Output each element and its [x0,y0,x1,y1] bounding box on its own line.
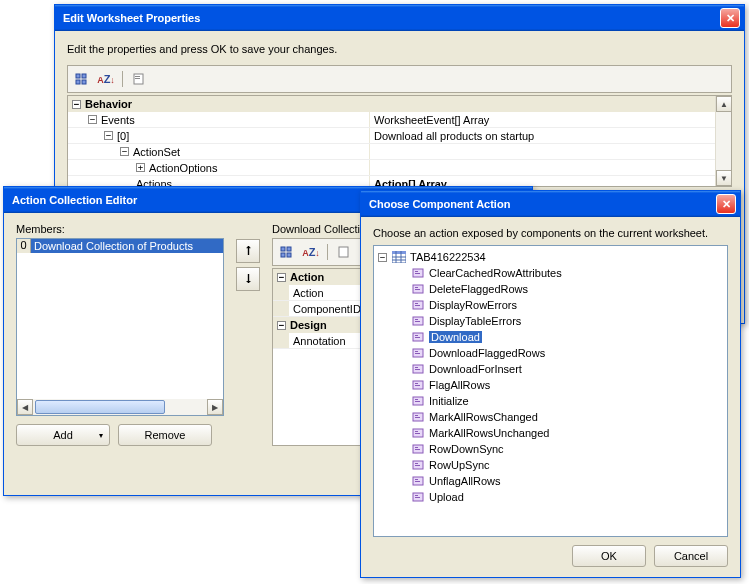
scroll-down-arrow[interactable]: ▼ [716,170,732,186]
collapse-icon[interactable]: − [378,253,387,262]
tree-item[interactable]: DisplayRowErrors [376,297,725,313]
svg-rect-53 [415,449,420,450]
property-row[interactable]: −ActionSet [68,144,731,160]
svg-rect-40 [415,383,418,384]
tree-item[interactable]: FlagAllRows [376,377,725,393]
item-index: 0 [17,239,31,253]
tree-root-item[interactable]: − TAB416222534 [376,249,725,265]
arrow-down-icon: 🠗 [243,273,254,285]
close-button[interactable]: ✕ [716,194,736,214]
method-icon [410,347,426,359]
move-up-button[interactable]: 🠕 [236,239,260,263]
scroll-right-arrow[interactable]: ▶ [207,399,223,415]
tree-item-label: RowUpSync [429,459,490,471]
titlebar[interactable]: Edit Worksheet Properties ✕ [55,5,744,31]
tree-item[interactable]: DeleteFlaggedRows [376,281,725,297]
tree-item[interactable]: MarkAllRowsUnchanged [376,425,725,441]
property-row[interactable]: +ActionOptions [68,160,731,176]
scroll-left-arrow[interactable]: ◀ [17,399,33,415]
tree-item[interactable]: RowDownSync [376,441,725,457]
tree-item[interactable]: Download [376,329,725,345]
close-icon: ✕ [722,198,731,211]
category-label: Design [290,319,327,331]
scroll-up-arrow[interactable]: ▲ [716,96,732,112]
tree-item-label: DisplayRowErrors [429,299,517,311]
alphabetical-button[interactable]: AZ↓ [300,242,322,262]
cancel-button[interactable]: Cancel [654,545,728,567]
property-grid[interactable]: − Behavior −EventsWorksheetEvent[] Array… [67,95,732,187]
method-icon [410,491,426,503]
property-pages-button[interactable] [333,242,355,262]
property-toolbar: AZ↓ [67,65,732,93]
move-down-button[interactable]: 🠗 [236,267,260,291]
collapse-icon[interactable]: − [277,273,286,282]
svg-rect-1 [82,74,86,78]
collapse-icon[interactable]: − [88,115,97,124]
prop-value[interactable] [370,160,731,175]
pages-icon [337,246,351,258]
property-row[interactable]: −EventsWorksheetEvent[] Array [68,112,731,128]
add-button[interactable]: Add [16,424,110,446]
vertical-scrollbar[interactable]: ▲ ▼ [715,96,731,186]
alphabetical-button[interactable]: AZ↓ [95,69,117,89]
instruction-text: Edit the properties and press OK to save… [67,41,732,57]
expand-icon[interactable]: + [136,163,145,172]
svg-rect-55 [415,463,418,464]
prop-value[interactable]: WorksheetEvent[] Array [370,112,731,127]
tree-item[interactable]: Initialize [376,393,725,409]
svg-rect-41 [415,385,420,386]
svg-rect-20 [415,273,420,274]
property-row[interactable]: −[0]Download all products on startup [68,128,731,144]
tree-item-label: Download [429,331,482,343]
svg-rect-59 [415,481,420,482]
scrollbar-thumb[interactable] [35,400,165,414]
svg-rect-46 [415,415,418,416]
ok-button[interactable]: OK [572,545,646,567]
method-icon [410,315,426,327]
tree-item[interactable]: DownloadForInsert [376,361,725,377]
svg-rect-2 [76,80,80,84]
tree-item[interactable]: MarkAllRowsChanged [376,409,725,425]
categorized-button[interactable] [71,69,93,89]
prop-value[interactable]: Download all products on startup [370,128,731,143]
categorize-icon [280,246,294,258]
toolbar-separator [327,244,328,260]
close-button[interactable]: ✕ [720,8,740,28]
collapse-icon[interactable]: − [120,147,129,156]
method-icon [410,363,426,375]
action-tree[interactable]: − TAB416222534 ClearCachedRowAttributesD… [373,245,728,537]
collapse-icon[interactable]: − [104,131,113,140]
svg-rect-9 [281,253,285,257]
prop-value[interactable] [370,144,731,159]
remove-button[interactable]: Remove [118,424,212,446]
tree-item-label: DownloadForInsert [429,363,522,375]
category-label: Action [290,271,324,283]
tree-item[interactable]: UnflagAllRows [376,473,725,489]
svg-rect-43 [415,399,418,400]
tree-item[interactable]: Upload [376,489,725,505]
property-pages-button[interactable] [128,69,150,89]
collapse-icon[interactable]: − [72,100,81,109]
tree-item[interactable]: DisplayTableErrors [376,313,725,329]
titlebar[interactable]: Choose Component Action ✕ [361,191,740,217]
list-item[interactable]: 0 Download Collection of Products [17,239,223,253]
tree-item[interactable]: RowUpSync [376,457,725,473]
svg-rect-3 [82,80,86,84]
collapse-icon[interactable]: − [277,321,286,330]
tree-item-label: FlagAllRows [429,379,490,391]
tree-item[interactable]: ClearCachedRowAttributes [376,265,725,281]
members-listbox[interactable]: 0 Download Collection of Products ◀ ▶ [16,238,224,416]
svg-rect-28 [415,319,418,320]
categorized-button[interactable] [276,242,298,262]
svg-rect-58 [415,479,418,480]
svg-rect-44 [415,401,420,402]
method-icon [410,395,426,407]
tree-item-label: DownloadFlaggedRows [429,347,545,359]
method-icon [410,267,426,279]
svg-rect-37 [415,367,418,368]
category-row[interactable]: − Behavior [68,96,731,112]
tree-item[interactable]: DownloadFlaggedRows [376,345,725,361]
horizontal-scrollbar[interactable]: ◀ ▶ [17,399,223,415]
prop-name: −[0] [68,128,370,143]
svg-rect-35 [415,353,420,354]
